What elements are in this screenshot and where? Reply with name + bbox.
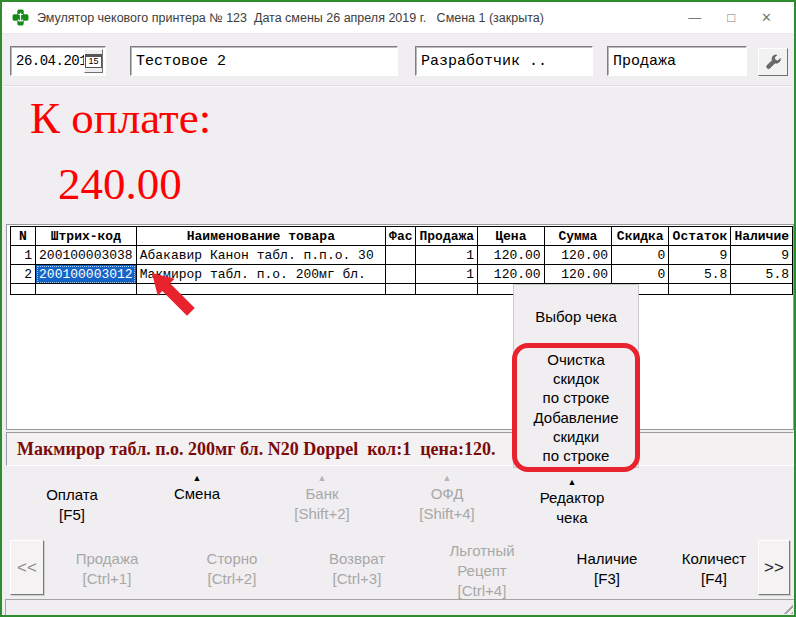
payment-due-label: К оплате: [30,92,211,144]
table-row: 1 200100003038 Абакавир Канон табл. п.п.… [11,246,793,265]
scroll-left-button[interactable]: << [10,540,44,595]
close-icon[interactable]: ✕ [761,2,772,34]
col-header-price: Цена [478,227,545,246]
cell-name[interactable]: Абакавир Канон табл. п.п.о. 30 [136,246,385,265]
col-header-sale: Продажа [416,227,478,246]
cell-sum[interactable]: 120.00 [544,265,611,284]
col-header-n: N [11,227,36,246]
sale-button-hint: [Ctrl+1] [76,569,139,589]
void-button: Сторно [Ctrl+2] [207,549,258,589]
cell-empty[interactable] [416,284,478,295]
cell-sum[interactable]: 120.00 [544,246,611,265]
cell-n[interactable]: 1 [11,246,36,265]
bank-menu-label: Банк [294,484,349,504]
cell-price[interactable]: 120.00 [478,265,545,284]
cell-name[interactable]: Макмирор табл. п.о. 200мг бл. [136,265,385,284]
menu-line: по строке [514,446,638,465]
title-bar: Эмулятор чекового принтера № 123 Дата см… [2,2,794,34]
receipt-name-value: Тестовое 2 [136,53,226,70]
cell-n[interactable]: 2 [11,265,36,284]
cell-stock[interactable]: 9 [669,246,731,265]
payment-button-hint: [F5] [46,505,98,525]
operation-mode-value: Продажа [613,53,676,70]
scroll-left-label: << [17,558,37,578]
availability-button[interactable]: Наличие [F3] [577,549,638,589]
cell-price[interactable]: 120.00 [478,246,545,265]
chevron-up-icon: ▲ [174,473,220,484]
items-grid-area: N Штрих-код Наименование товара Фас Прод… [6,224,794,430]
cell-fas[interactable] [386,265,416,284]
payment-due-amount: 240.00 [58,158,182,210]
menu-line: скидки [514,427,638,446]
shift-menu-label: Смена [174,484,220,504]
receipt-editor-label: Редактор [540,488,605,508]
chevron-up-icon: ▲ [419,473,474,484]
availability-button-label: Наличие [577,549,638,569]
menu-line: Очистка [514,350,638,369]
calendar-picker-button[interactable]: 15 [84,49,103,73]
cell-discount[interactable]: 0 [612,246,669,265]
cell-empty[interactable] [386,284,416,295]
ofd-menu-button: ▲ ОФД [Shift+4] [419,473,474,524]
wrench-icon [764,53,782,71]
maximize-icon[interactable]: □ [727,2,735,34]
operation-mode-input[interactable]: Продажа [607,46,747,76]
privileged-prescription-label2: Рецепт [449,561,514,581]
cell-empty[interactable] [669,284,731,295]
cell-avail[interactable]: 5.8 [731,265,793,284]
receipt-name-input[interactable]: Тестовое 2 [130,46,398,76]
availability-button-hint: [F3] [577,569,638,589]
menu-item-clear-line-discounts[interactable]: Очистка скидок по строке [514,350,638,407]
col-header-name: Наименование товара [136,227,385,246]
menu-item-select-receipt-label: Выбор чека [514,307,638,326]
shift-menu-button[interactable]: ▲ Смена [174,473,220,504]
cell-empty[interactable] [136,284,385,295]
payment-button[interactable]: Оплата [F5] [46,485,98,525]
col-header-barcode: Штрих-код [36,227,137,246]
receipt-editor-context-menu: Выбор чека Очистка скидок по строке Доба… [513,284,639,468]
cell-fas[interactable] [386,246,416,265]
cashier-input[interactable]: Разработчик .. [415,46,593,76]
menu-line: скидок [514,369,638,388]
void-button-label: Сторно [207,549,258,569]
bank-menu-hint: [Shift+2] [294,504,349,524]
cell-barcode-selected[interactable]: 200100003012 [36,265,137,284]
sale-button: Продажа [Ctrl+1] [76,549,139,589]
cell-sale[interactable]: 1 [416,265,478,284]
window-title: Эмулятор чекового принтера № 123 Дата см… [37,11,688,25]
chevron-up-icon: ▲ [540,477,605,488]
table-row-empty [11,284,793,295]
void-button-hint: [Ctrl+2] [207,569,258,589]
table-row: 2 200100003012 Макмирор табл. п.о. 200мг… [11,265,793,284]
cell-stock[interactable]: 5.8 [669,265,731,284]
cell-empty[interactable] [731,284,793,295]
scroll-right-label: >> [764,558,784,578]
items-table: N Штрих-код Наименование товара Фас Прод… [10,226,793,295]
col-header-discount: Скидка [612,227,669,246]
quantity-button[interactable]: Количест [F4] [682,549,746,589]
window-status-strip [5,599,795,616]
cell-empty[interactable] [36,284,137,295]
menu-item-select-receipt[interactable]: Выбор чека [514,307,638,326]
cell-discount[interactable]: 0 [612,265,669,284]
col-header-fas: Фас [386,227,416,246]
quantity-button-label: Количест [682,549,746,569]
cashier-value: Разработчик .. [421,53,547,70]
scroll-right-button[interactable]: >> [758,540,790,595]
receipt-editor-menu-button[interactable]: ▲ Редактор чека [540,477,605,528]
menu-item-add-line-discount[interactable]: Добавление скидки по строке [514,408,638,465]
settings-button[interactable] [758,48,788,76]
cell-sale[interactable]: 1 [416,246,478,265]
cell-empty[interactable] [11,284,36,295]
privileged-prescription-hint: [Ctrl+4] [449,581,514,601]
resize-grip-icon[interactable] [780,601,793,614]
sale-button-label: Продажа [76,549,139,569]
cell-barcode[interactable]: 200100003038 [36,246,137,265]
bank-menu-button: ▲ Банк [Shift+2] [294,473,349,524]
status-bar: Макмирор табл. п.о. 200мг бл. N20 Doppel… [6,432,794,466]
return-button: Возврат [Ctrl+3] [329,549,385,589]
shift-date-input[interactable]: 26.04.2019 15 [10,46,106,76]
toolbar-separator [4,85,792,87]
minimize-icon[interactable]: — [688,2,701,34]
cell-avail[interactable]: 9 [731,246,793,265]
